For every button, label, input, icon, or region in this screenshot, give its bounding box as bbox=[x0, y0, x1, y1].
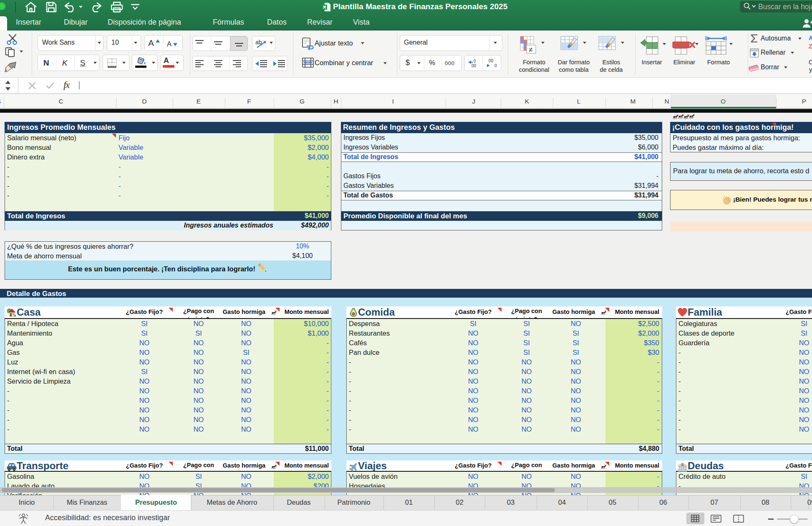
svg-text:0: 0 bbox=[474, 59, 476, 63]
svg-text:A: A bbox=[809, 35, 812, 41]
svg-text:0: 0 bbox=[494, 63, 497, 68]
svg-text:00: 00 bbox=[472, 63, 477, 68]
svg-text:00: 00 bbox=[489, 58, 494, 63]
svg-text:Z: Z bbox=[809, 43, 812, 50]
svg-text:$: $ bbox=[682, 463, 683, 467]
svg-text:≠: ≠ bbox=[529, 46, 532, 54]
